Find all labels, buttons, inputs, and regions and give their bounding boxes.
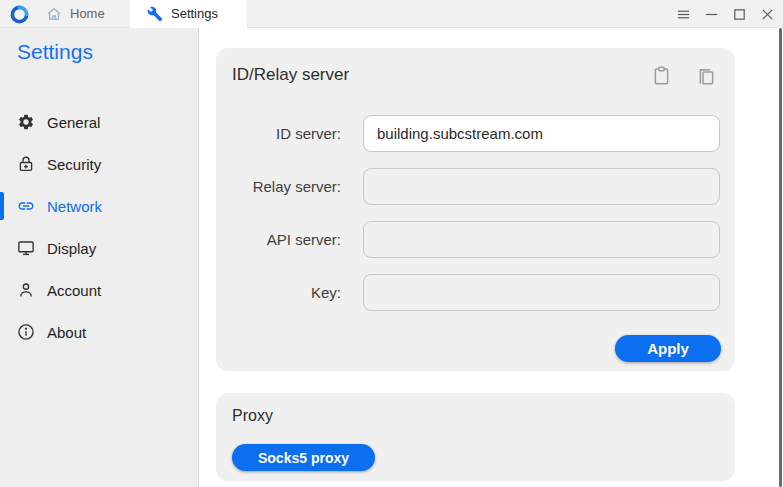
sidebar-item-security[interactable]: Security xyxy=(0,150,199,178)
settings-nav: General Security Network xyxy=(0,108,199,360)
info-icon xyxy=(17,323,35,341)
tab-settings[interactable]: Settings xyxy=(130,0,247,28)
sidebar-item-label: Display xyxy=(47,240,96,257)
vertical-scrollbar[interactable] xyxy=(779,28,782,487)
api-server-label: API server: xyxy=(216,231,352,248)
tab-settings-label: Settings xyxy=(171,6,218,21)
sidebar-item-account[interactable]: Account xyxy=(0,276,199,304)
card-title: ID/Relay server xyxy=(232,65,349,85)
sidebar-item-label: About xyxy=(47,324,86,341)
sidebar-item-label: Network xyxy=(47,198,102,215)
person-icon xyxy=(17,281,35,299)
key-row: Key: xyxy=(216,274,352,311)
sidebar-item-label: General xyxy=(47,114,100,131)
socks5-proxy-button[interactable]: Socks5 proxy xyxy=(232,444,375,471)
window-controls xyxy=(675,0,775,28)
sidebar-item-network[interactable]: Network xyxy=(0,192,199,220)
apply-button[interactable]: Apply xyxy=(615,335,721,362)
id-server-row: ID server: xyxy=(216,115,352,152)
tab-home[interactable]: Home xyxy=(30,0,121,28)
rustdesk-logo-icon xyxy=(10,5,29,24)
link-icon xyxy=(17,197,35,215)
page-title: Settings xyxy=(17,40,93,64)
copy-icon[interactable] xyxy=(696,64,717,87)
sidebar-item-about[interactable]: About xyxy=(0,318,199,346)
close-icon[interactable] xyxy=(759,6,775,22)
relay-server-row: Relay server: xyxy=(216,168,352,205)
tab-home-label: Home xyxy=(70,6,105,21)
minimize-icon[interactable] xyxy=(703,6,719,22)
id-relay-server-card: ID/Relay server ID server: Relay s xyxy=(216,48,735,371)
relay-server-label: Relay server: xyxy=(216,178,352,195)
menu-icon[interactable] xyxy=(675,6,691,22)
sidebar-item-general[interactable]: General xyxy=(0,108,199,136)
main-content: ID/Relay server ID server: Relay s xyxy=(200,28,783,487)
home-icon xyxy=(46,6,62,22)
api-server-row: API server: xyxy=(216,221,352,258)
gear-icon xyxy=(17,113,35,131)
paste-icon[interactable] xyxy=(651,64,672,87)
id-server-input[interactable] xyxy=(363,115,720,152)
proxy-card-title: Proxy xyxy=(232,407,273,425)
sidebar-item-label: Account xyxy=(47,282,101,299)
settings-sidebar: Settings General Security xyxy=(0,28,199,487)
selected-indicator xyxy=(0,192,4,220)
wrench-icon xyxy=(147,6,163,22)
monitor-icon xyxy=(17,239,35,257)
key-label: Key: xyxy=(216,284,352,301)
api-server-input[interactable] xyxy=(363,221,720,258)
sidebar-item-label: Security xyxy=(47,156,101,173)
id-server-label: ID server: xyxy=(216,125,352,142)
maximize-icon[interactable] xyxy=(731,6,747,22)
lock-icon xyxy=(17,155,35,173)
sidebar-item-display[interactable]: Display xyxy=(0,234,199,262)
relay-server-input[interactable] xyxy=(363,168,720,205)
proxy-card: Proxy Socks5 proxy xyxy=(216,393,735,481)
key-input[interactable] xyxy=(363,274,720,311)
titlebar: Home Settings xyxy=(0,0,783,28)
